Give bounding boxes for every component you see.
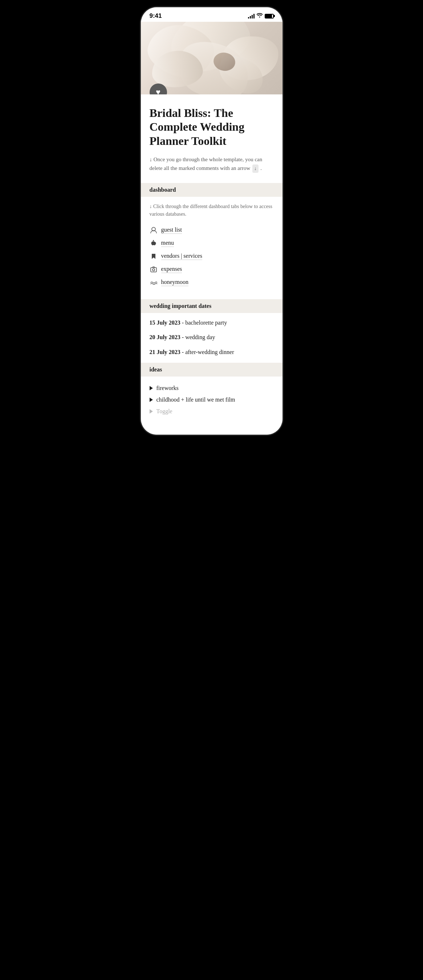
battery-icon: [265, 14, 274, 19]
menu-label: menu: [161, 240, 174, 247]
dashboard-note: ↓ Click through the different dashboard …: [149, 203, 274, 218]
dates-header: wedding important dates: [141, 299, 283, 313]
list-item[interactable]: vendors | services: [149, 250, 274, 263]
list-item[interactable]: guest list: [149, 224, 274, 237]
arrow-badge: ↓: [252, 164, 259, 173]
guest-list-label: guest list: [161, 227, 182, 234]
idea-toggle-label: Toggle: [156, 408, 172, 415]
chevron-right-icon: [149, 398, 153, 402]
toggle-item-film[interactable]: childhood + life until we met film: [149, 394, 274, 406]
date-item: 20 July 2023 - wedding day: [149, 333, 274, 341]
honeymoon-label: honeymoon: [161, 279, 189, 286]
page-title: Bridal Bliss: The Complete Wedding Plann…: [149, 106, 274, 148]
status-time: 9:41: [149, 12, 162, 20]
ideas-section: ideas fireworks childhood + life until w…: [149, 363, 274, 417]
date-2: 20 July 2023: [149, 334, 180, 340]
list-item[interactable]: honeymoon: [149, 276, 274, 289]
dashboard-section: dashboard ↓ Click through the different …: [149, 183, 274, 289]
date-2-event: -: [182, 334, 185, 340]
wifi-icon: [257, 13, 262, 19]
date-item: 15 July 2023 - bachelorette party: [149, 319, 274, 327]
toggle-item-fireworks[interactable]: fireworks: [149, 382, 274, 394]
vendors-label: vendors | services: [161, 253, 202, 260]
date-item: 21 July 2023 - after-wedding dinner: [149, 348, 274, 356]
hero-image: [141, 22, 283, 94]
ideas-header: ideas: [141, 363, 283, 377]
dashboard-header: dashboard: [141, 183, 283, 197]
peony-bg: [141, 22, 283, 94]
date-3-event: -: [182, 349, 185, 355]
waves-icon: [149, 278, 157, 286]
status-icons: [248, 13, 274, 19]
bookmark-icon: [149, 252, 157, 260]
svg-rect-1: [151, 267, 156, 272]
chevron-right-icon: [149, 386, 153, 390]
date-1: 15 July 2023: [149, 320, 180, 326]
apple-icon: [149, 239, 157, 247]
date-3: 21 July 2023: [149, 349, 180, 355]
idea-fireworks-label: fireworks: [156, 385, 179, 391]
camera-icon: [149, 266, 157, 274]
person-icon: [149, 226, 157, 234]
status-bar: 9:41: [141, 7, 283, 22]
expenses-label: expenses: [161, 266, 182, 273]
list-item[interactable]: menu: [149, 237, 274, 250]
chevron-right-icon-muted: [149, 409, 153, 414]
toggle-item-toggle[interactable]: Toggle: [149, 406, 274, 417]
dashboard-links: guest list menu ve: [149, 224, 274, 289]
idea-film-label: childhood + life until we met film: [156, 396, 235, 403]
main-content: Bridal Bliss: The Complete Wedding Plann…: [141, 94, 283, 434]
phone-frame: 9:41: [141, 7, 283, 434]
list-item[interactable]: expenses: [149, 263, 274, 276]
intro-text: ↓ Once you go through the whole template…: [149, 155, 274, 173]
svg-point-2: [153, 269, 155, 271]
date-1-event: -: [182, 320, 185, 326]
important-dates-section: wedding important dates 15 July 2023 - b…: [149, 299, 274, 356]
signal-icon: [248, 13, 254, 19]
